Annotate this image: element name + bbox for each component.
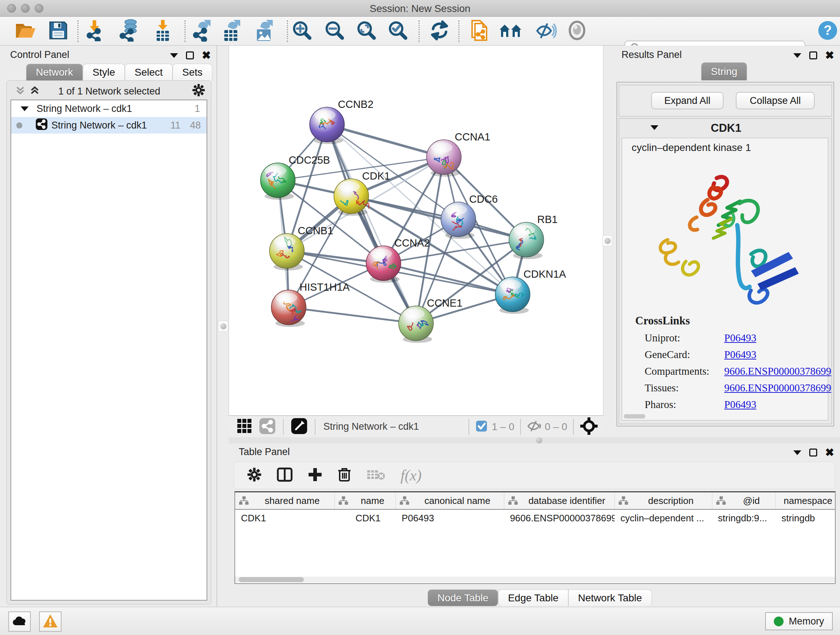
table-gear-icon[interactable]	[247, 467, 262, 483]
network-node-RB1[interactable]	[509, 222, 544, 259]
status-bar: Memory	[0, 607, 840, 635]
right-splitter[interactable]	[603, 46, 611, 437]
uniprot-link[interactable]: P06493	[724, 329, 831, 346]
save-floppy-icon	[49, 21, 68, 42]
zoom-in-button[interactable]	[288, 19, 316, 43]
panel-float-icon[interactable]	[186, 51, 194, 59]
crosshair-icon[interactable]	[580, 417, 598, 436]
scrollbar-thumb[interactable]	[239, 577, 304, 582]
warnings-button[interactable]	[39, 611, 62, 632]
add-column-icon[interactable]	[308, 467, 322, 483]
expand-all-button[interactable]: Expand All	[651, 92, 723, 109]
network-node-HIST1H1A[interactable]	[271, 290, 306, 327]
panel-float-icon[interactable]	[809, 51, 817, 59]
network-edge[interactable]	[289, 307, 416, 323]
panel-close-icon[interactable]: ✖	[202, 51, 211, 59]
apply-layout-button[interactable]	[426, 19, 453, 43]
network-graph[interactable]: CCNB2CCNA1CDC25BCDK1CDC6RB1CCNB1CCNA2CDK…	[229, 46, 603, 415]
network-edge[interactable]	[327, 125, 416, 323]
panel-float-icon[interactable]	[809, 448, 817, 456]
network-node-CDK1[interactable]	[334, 179, 369, 216]
cloud-status-button[interactable]	[8, 611, 31, 632]
selected-checkbox-icon[interactable]	[476, 420, 487, 433]
collapse-all-button[interactable]: Collapse All	[736, 92, 815, 109]
network-tab-content: 1 of 1 Network selected String Network –…	[6, 80, 211, 605]
import-network-from-file-button[interactable]	[81, 19, 109, 43]
panel-close-icon[interactable]: ✖	[825, 51, 834, 59]
show-columns-icon[interactable]	[277, 467, 293, 483]
tissues-link[interactable]: 9606.ENSP00000378699	[724, 379, 831, 396]
zoom-selected-button[interactable]	[384, 19, 412, 43]
tab-network[interactable]: Network	[26, 64, 83, 81]
collection-expand-icon[interactable]	[21, 106, 28, 111]
tab-select[interactable]: Select	[125, 64, 172, 81]
zoom-out-button[interactable]	[321, 19, 348, 43]
network-node-CDC25B[interactable]	[261, 163, 295, 200]
left-splitter[interactable]	[217, 46, 229, 607]
zoom-fit-content-button[interactable]	[353, 19, 380, 43]
import-network-from-database-button[interactable]	[115, 19, 142, 43]
table-row[interactable]: CDK1 CDK1 P06493 9606.ENSP00000378699 cy…	[235, 510, 835, 526]
splitter-handle[interactable]	[536, 437, 542, 443]
panel-menu-icon[interactable]	[170, 53, 178, 58]
tab-string[interactable]: String	[701, 62, 747, 80]
tab-sets[interactable]: Sets	[172, 64, 212, 81]
gear-icon[interactable]	[192, 84, 205, 98]
delete-column-icon[interactable]	[338, 467, 351, 484]
table-hscrollbar[interactable]	[235, 577, 835, 583]
splitter-handle[interactable]	[605, 238, 611, 244]
import-table-from-file-button[interactable]	[149, 19, 177, 43]
home-button[interactable]	[497, 19, 524, 43]
splitter-handle[interactable]	[220, 323, 226, 329]
network-collection-row[interactable]: String Network – cdk1 1	[11, 100, 207, 117]
pharos-link[interactable]: P06493	[724, 396, 831, 413]
column-header[interactable]: database identifier	[504, 492, 615, 509]
panel-menu-icon[interactable]	[793, 53, 801, 58]
network-edge-count: 48	[190, 120, 201, 131]
column-header[interactable]: @id	[712, 492, 776, 509]
save-session-button[interactable]	[44, 19, 72, 43]
network-node-CCNA1[interactable]	[426, 140, 461, 177]
open-network-file-button[interactable]	[466, 19, 493, 43]
memory-button[interactable]: Memory	[765, 612, 833, 630]
results-panel-tabs: String	[701, 62, 747, 80]
hide-unhide-button[interactable]	[532, 19, 560, 43]
open-session-button[interactable]	[12, 19, 39, 43]
grid-view-icon[interactable]	[237, 418, 253, 435]
tab-node-table[interactable]: Node Table	[428, 589, 498, 606]
compartments-link[interactable]: 9606.ENSP00000378699	[724, 363, 831, 379]
results-hscrollbar[interactable]	[624, 414, 645, 418]
export-image-button[interactable]	[251, 19, 278, 43]
network-row-label: String Network – cdk1	[51, 120, 147, 131]
network-node-CCNB1[interactable]	[270, 233, 304, 271]
network-canvas[interactable]: CCNB2CCNA1CDC25BCDK1CDC6RB1CCNB1CCNA2CDK…	[229, 46, 603, 416]
network-node-CDKN1A[interactable]	[495, 277, 530, 314]
network-edge[interactable]	[351, 196, 526, 240]
gene-section: CDK1 cyclin–dependent kinase 1	[619, 118, 832, 424]
eye-slash-icon	[535, 21, 557, 42]
export-table-button[interactable]	[218, 19, 246, 43]
help-button[interactable]: ?	[814, 19, 840, 43]
export-network-button[interactable]	[188, 19, 216, 43]
crosslink-label: Tissues:	[645, 379, 709, 396]
column-header[interactable]: name	[335, 492, 396, 509]
panel-close-icon[interactable]: ✖	[825, 448, 834, 456]
birdseye-view-icon[interactable]	[291, 418, 308, 436]
genecard-link[interactable]: P06493	[724, 346, 831, 363]
tab-edge-table[interactable]: Edge Table	[498, 589, 568, 606]
column-header[interactable]: canonical name	[396, 492, 504, 509]
tab-style[interactable]: Style	[83, 64, 125, 81]
column-header[interactable]: description	[615, 492, 712, 509]
panel-menu-icon[interactable]	[793, 450, 801, 455]
column-header[interactable]: shared name	[235, 492, 335, 509]
preview-eye-button[interactable]	[563, 19, 591, 43]
network-node-CCNE1[interactable]	[399, 306, 433, 343]
network-row-selected[interactable]: String Network – cdk1 11 48	[11, 117, 207, 134]
tab-network-table[interactable]: Network Table	[568, 589, 652, 606]
string-style-icon[interactable]	[259, 418, 276, 436]
table-header-row: shared name name canonical name database…	[235, 492, 835, 510]
column-header[interactable]: namespace	[775, 492, 835, 509]
node-label-HIST1H1A: HIST1H1A	[300, 281, 350, 293]
bottom-splitter[interactable]	[229, 437, 840, 443]
network-node-CCNA2[interactable]	[366, 246, 401, 283]
